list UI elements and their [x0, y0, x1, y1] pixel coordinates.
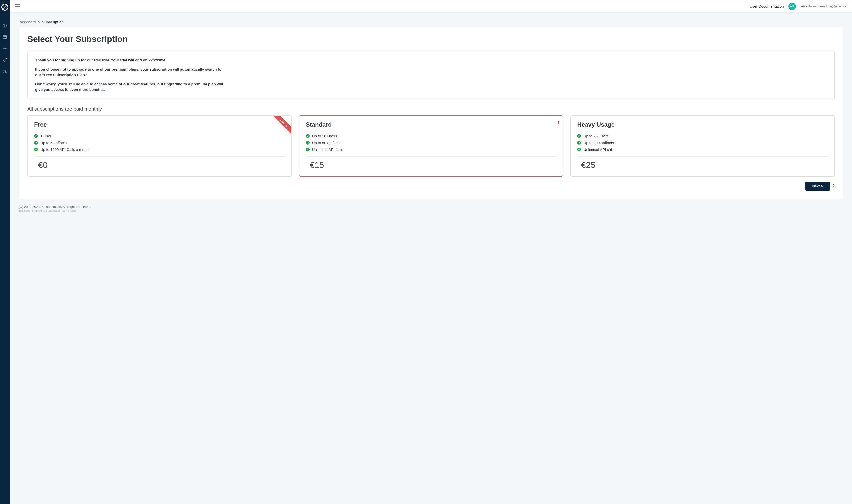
plan-feature: Up to 10 Users	[306, 132, 556, 139]
feature-text: Up to 5 artifacts	[40, 141, 67, 145]
svg-point-11	[5, 71, 6, 72]
check-icon	[306, 148, 309, 151]
check-icon	[34, 134, 38, 138]
plan-feature: Up to 1000 API Calls a month	[34, 146, 285, 153]
plan-price: €15	[306, 160, 556, 170]
plan-name: Free	[34, 121, 285, 128]
app-logo[interactable]	[0, 2, 10, 12]
breadcrumb-separator: >	[38, 20, 40, 24]
feature-text: 1 User	[40, 134, 52, 138]
trial-info-box: Thank you for signing up for our free tr…	[28, 51, 835, 99]
topbar: User Documentation AR artifactor-acme-ad…	[10, 0, 852, 13]
footer-copyright: (C) 2020-2022 IKtech Limited. All Rights…	[19, 205, 843, 209]
breadcrumb-current: Subscription	[42, 20, 64, 24]
breadcrumb: Dashboard > Subscription	[19, 20, 843, 24]
check-icon	[577, 141, 581, 145]
check-icon	[577, 134, 581, 138]
feature-text: Up to 1000 API Calls a month	[40, 147, 90, 151]
nav-calendar-icon[interactable]	[3, 35, 7, 39]
nav-buildings-icon[interactable]	[3, 23, 7, 28]
check-icon	[577, 148, 581, 151]
topbar-right: User Documentation AR artifactor-acme-ad…	[749, 3, 847, 10]
svg-rect-0	[3, 25, 4, 27]
plan-feature: Unlimited API calls	[306, 146, 556, 153]
check-icon	[34, 148, 38, 151]
current-ribbon: Current	[269, 115, 291, 138]
plan-standard[interactable]: 1 Standard Up to 10 Users Up to 50 artif…	[299, 115, 563, 177]
trial-info-line-1: Thank you for signing up for our free tr…	[35, 57, 225, 63]
breadcrumb-root-link[interactable]: Dashboard	[19, 20, 36, 24]
feature-text: Up to 200 artifacts	[583, 141, 614, 145]
plan-name: Standard	[306, 121, 556, 128]
divider	[306, 156, 556, 157]
check-icon	[306, 141, 309, 145]
nav-attachment-icon[interactable]	[3, 58, 7, 62]
feature-text: Unlimited API calls	[583, 147, 615, 151]
next-row: Next > 2	[28, 182, 835, 191]
nav-target-icon[interactable]	[3, 46, 7, 51]
plans-row: Current Free 1 User Up to 5 artifacts Up…	[28, 115, 835, 177]
plan-feature: Up to 50 artifacts	[306, 139, 556, 146]
nav-users-icon[interactable]	[3, 69, 7, 74]
feature-text: Up to 50 artifacts	[312, 141, 340, 145]
user-email: artifactor-acme-admin@iktech.io	[800, 4, 847, 8]
plan-feature: Up to 200 artifacts	[577, 139, 828, 146]
plan-features: Up to 10 Users Up to 50 artifacts Unlimi…	[306, 132, 556, 153]
menu-toggle-icon[interactable]	[15, 4, 20, 8]
svg-rect-2	[6, 25, 7, 27]
plan-features: 1 User Up to 5 artifacts Up to 1000 API …	[34, 132, 285, 153]
trial-info-line-2: If you choose not to upgrade to one of o…	[35, 67, 225, 78]
plan-features: Up to 25 Users Up to 200 artifacts Unlim…	[577, 132, 828, 153]
main-card: Select Your Subscription Thank you for s…	[19, 27, 843, 199]
divider	[34, 156, 285, 157]
user-documentation-link[interactable]: User Documentation	[749, 4, 784, 8]
annotation-2: 2	[832, 184, 835, 188]
plan-price: €25	[577, 160, 828, 170]
next-button[interactable]: Next >	[805, 182, 830, 191]
plan-feature: 1 User	[34, 132, 285, 139]
plan-price: €0	[34, 160, 285, 170]
plan-feature: Unlimited API calls	[577, 146, 828, 153]
feature-text: Up to 25 Users	[583, 134, 608, 138]
plan-free[interactable]: Current Free 1 User Up to 5 artifacts Up…	[28, 115, 291, 177]
check-icon	[34, 141, 38, 145]
sidebar	[0, 0, 10, 504]
svg-rect-1	[5, 24, 6, 27]
ribbon-label: Current	[271, 115, 291, 136]
content: Dashboard > Subscription Select Your Sub…	[10, 13, 852, 504]
svg-point-5	[4, 48, 6, 49]
annotation-1: 1	[557, 121, 560, 125]
page-title: Select Your Subscription	[28, 34, 835, 44]
divider	[577, 156, 828, 157]
feature-text: Up to 10 Users	[312, 134, 337, 138]
plans-subheading: All subscriptions are paid monthly	[28, 106, 835, 112]
svg-rect-3	[3, 36, 7, 39]
plan-feature: Up to 5 artifacts	[34, 139, 285, 146]
main-area: User Documentation AR artifactor-acme-ad…	[10, 0, 852, 504]
plan-feature: Up to 25 Users	[577, 132, 828, 139]
footer-credit: Built using "Sing App Vue Dashboard Free…	[19, 209, 843, 212]
trial-info-line-3: Don't worry, you'll still be able to acc…	[35, 82, 225, 93]
avatar[interactable]: AR	[788, 3, 796, 10]
plan-name: Heavy Usage	[577, 121, 828, 128]
feature-text: Unlimited API calls	[312, 147, 343, 151]
plan-heavy-usage[interactable]: Heavy Usage Up to 25 Users Up to 200 art…	[570, 115, 835, 177]
check-icon	[306, 134, 309, 138]
svg-point-10	[4, 70, 5, 71]
